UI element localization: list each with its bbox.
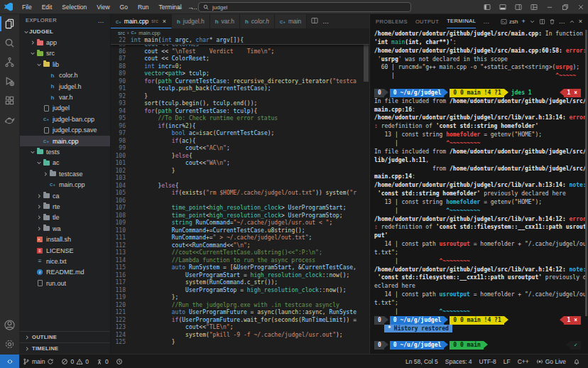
remote-indicator[interactable] xyxy=(0,355,19,368)
code-area[interactable]: 22int main(int argc, char* argv[]){85 co… xyxy=(111,37,369,354)
activity-account-icon[interactable] xyxy=(0,315,20,335)
code-line[interactable]: 111 RunCommand+=" > ~/.cache/judgel/out.… xyxy=(111,234,369,242)
tab-judgel.h[interactable]: hjudgel.h xyxy=(172,14,210,28)
code-line[interactable]: 104 }else{ xyxy=(111,183,369,190)
code-line[interactable]: 106 xyxy=(111,197,369,205)
terminal-profile-dropdown-icon[interactable] xyxy=(529,18,535,25)
restore-icon[interactable] xyxy=(558,0,572,13)
code-line[interactable]: 22int main(int argc, char* argv[]){ xyxy=(111,37,369,45)
tab-var.h[interactable]: hvar.h xyxy=(210,14,240,28)
go-live[interactable]: Go Live xyxy=(533,358,570,365)
panel-more-icon[interactable]: … xyxy=(483,18,489,25)
code-line[interactable]: 119 }; xyxy=(111,294,369,302)
menu-selection[interactable]: Selection xyxy=(58,2,91,12)
section-outline[interactable]: OUTLINE xyxy=(20,331,110,342)
activity-run-debug-icon[interactable] xyxy=(0,72,20,91)
menu-run[interactable]: Run xyxy=(134,2,153,12)
code-line[interactable]: 115 auto RunSystem = [&UserProgramStart,… xyxy=(111,264,369,272)
menu-edit[interactable]: Edit xyxy=(38,2,57,12)
maximize-panel-icon[interactable] xyxy=(569,18,575,25)
tree-item-main.cpp[interactable]: C+main.cpp xyxy=(20,136,110,146)
code-line[interactable]: 102 } xyxy=(111,168,369,175)
panel-tab-output[interactable]: OUTPUT xyxy=(415,14,439,28)
tree-item-lib[interactable]: lib xyxy=(20,59,110,70)
tree-item-rte[interactable]: rte xyxy=(20,201,110,212)
terminal-output[interactable]: /home/udontur/udontur/github/judgel/src/… xyxy=(370,28,588,354)
code-line[interactable]: 113 //cout<<CurrentTestCase.u8string()<<… xyxy=(111,249,369,257)
breadcrumb[interactable]: src › C+ main.cpp xyxy=(111,28,369,37)
breadcrumb-folder[interactable]: src xyxy=(118,30,125,36)
activity-search-icon[interactable] xyxy=(0,33,20,53)
code-line[interactable]: 87 cout << ColorReset; xyxy=(111,55,369,63)
close-tab-icon[interactable]: × xyxy=(163,18,166,25)
section-timeline[interactable]: TIMELINE xyxy=(20,342,110,354)
tree-item-main.cpp[interactable]: C+main.cpp xyxy=(20,179,110,190)
code-line[interactable]: 122 if(UserProgramFuture.wait_for(second… xyxy=(111,317,369,325)
tree-item-tle[interactable]: tle xyxy=(20,212,110,223)
panel-tab-terminal[interactable]: TERMINAL xyxy=(447,14,476,28)
activity-extensions-icon[interactable] xyxy=(0,91,20,110)
tree-item-ca[interactable]: ca xyxy=(20,190,110,201)
minimize-icon[interactable] xyxy=(543,0,557,13)
panel-bottom-icon[interactable] xyxy=(496,0,510,13)
split-editor-icon[interactable] xyxy=(311,17,318,26)
panel-tab-problems[interactable]: PROBLEMS xyxy=(376,14,408,28)
code-line[interactable]: 116 UserProgramStart = high_resolution_c… xyxy=(111,272,369,280)
code-line[interactable]: 117 system(RunCommand.c_str()); xyxy=(111,279,369,287)
ports-status[interactable]: 0 xyxy=(92,355,112,368)
kill-terminal-icon[interactable] xyxy=(549,18,555,25)
terminal-scrollbar[interactable] xyxy=(585,30,587,316)
code-line[interactable]: 125 } xyxy=(111,339,369,347)
problems-status[interactable]: 0 0 xyxy=(58,355,92,368)
code-line[interactable]: 86 cout << "\nTest Verdict Time\n"; xyxy=(111,48,369,56)
code-line[interactable]: 98 if(ac){ xyxy=(111,138,369,146)
code-line[interactable]: 110 RunCommand+=CurrentTestCase.u8string… xyxy=(111,227,369,235)
layout-icon[interactable] xyxy=(527,0,541,13)
code-line[interactable]: 96 if(incr%2){ xyxy=(111,123,369,131)
code-line[interactable]: 114 //Lambda function to run the async p… xyxy=(111,257,369,265)
eol-sequence[interactable]: LF xyxy=(500,358,514,365)
menu-view[interactable]: View xyxy=(92,2,114,12)
tree-item-readme.md[interactable]: iREADME.md xyxy=(20,267,110,278)
menu-go[interactable]: Go xyxy=(116,2,132,12)
code-line[interactable]: 118 UserProgramStop = high_resolution_cl… xyxy=(111,287,369,295)
code-line[interactable]: 120 //Run the judgelprg.exe with .in tes… xyxy=(111,302,369,310)
tree-item-color.h[interactable]: hcolor.h xyxy=(20,70,110,81)
close-icon[interactable] xyxy=(574,0,588,13)
search-input[interactable]: judgel xyxy=(198,2,411,12)
code-line[interactable]: 101 cout<<"WA\n"; xyxy=(111,160,369,168)
code-line[interactable]: 89 vector<path> tculp; xyxy=(111,70,369,78)
activity-explorer-icon[interactable] xyxy=(0,14,20,33)
code-line[interactable]: 123 cout<<"TLE\n"; xyxy=(111,324,369,332)
split-terminal-icon[interactable] xyxy=(539,18,545,25)
code-line[interactable]: 85 cout << ColorRes xyxy=(111,45,369,48)
tab-main.cpp[interactable]: C+main.cppsrc× xyxy=(111,14,172,28)
code-line[interactable]: 124 system("pkill -9 -f ~/.cache/judgel/… xyxy=(111,332,369,340)
tree-item-testcase[interactable]: testcase xyxy=(20,168,110,179)
code-line[interactable]: 112 cout<<RunCommand<<"\n"; xyxy=(111,242,369,250)
close-panel-icon[interactable]: × xyxy=(579,18,582,25)
tree-item-ac[interactable]: ac xyxy=(20,158,110,168)
code-line[interactable]: 109 string RunCommand="~/.cache/judgel/u… xyxy=(111,220,369,227)
activity-settings-icon[interactable] xyxy=(0,335,20,354)
activity-source-control-icon[interactable] xyxy=(0,53,20,72)
terminal-profile[interactable]: zsh xyxy=(501,18,518,25)
tree-item-judgel-ban.cpp[interactable]: C+judgel-ban.cpp xyxy=(20,114,110,124)
code-line[interactable]: 121 auto UserProgramFuture = async(launc… xyxy=(111,309,369,317)
code-line[interactable]: 99 cout<<"AC\n"; xyxy=(111,145,369,153)
code-line[interactable]: 88 int incr=0; xyxy=(111,63,369,71)
sidebar-left-icon[interactable] xyxy=(480,0,494,13)
tree-item-judgel[interactable]: JUDGEL xyxy=(20,26,110,37)
menu-file[interactable]: File xyxy=(18,2,36,12)
new-terminal-icon[interactable]: + xyxy=(521,18,525,25)
tree-item-tests[interactable]: tests xyxy=(20,146,110,157)
nav-forward-icon[interactable]: → xyxy=(187,4,194,11)
tree-item-run.out[interactable]: run.out xyxy=(20,278,110,288)
nav-back-icon[interactable]: ← xyxy=(177,4,183,11)
notifications[interactable] xyxy=(570,358,584,365)
tab-main[interactable]: C+main xyxy=(275,14,307,28)
code-line[interactable]: 105 if(exists("rm $HOME/.cache/judgel/ou… xyxy=(111,190,369,197)
code-line[interactable]: 92 } xyxy=(111,93,369,101)
activity-teapot-icon[interactable] xyxy=(0,110,20,129)
tree-item-license[interactable]: ≡LICENSE xyxy=(20,245,110,256)
